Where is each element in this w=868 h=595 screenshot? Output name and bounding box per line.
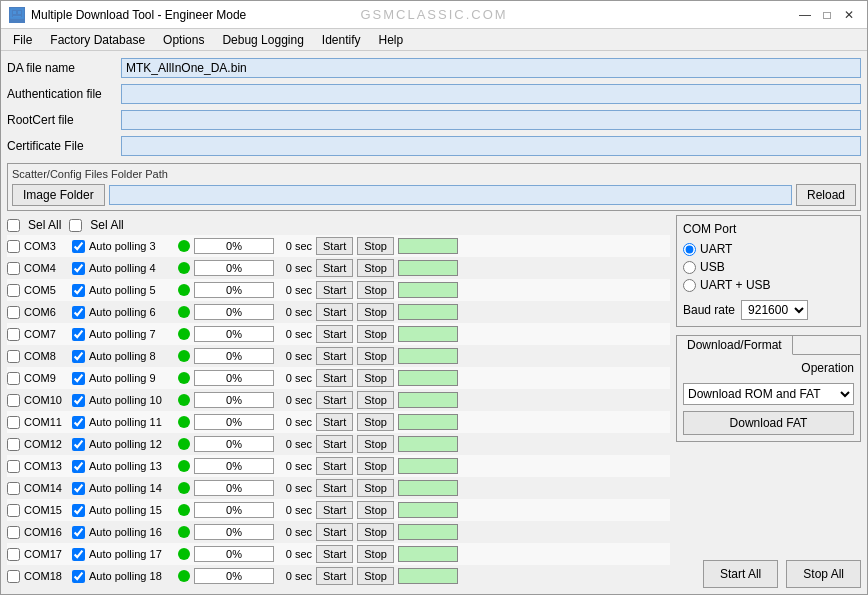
stop-button-4[interactable]: Stop xyxy=(357,325,394,343)
da-file-label: DA file name xyxy=(7,61,117,75)
reload-button[interactable]: Reload xyxy=(796,184,856,206)
start-button-2[interactable]: Start xyxy=(316,281,353,299)
uart-usb-radio[interactable] xyxy=(683,279,696,292)
stop-button-10[interactable]: Stop xyxy=(357,457,394,475)
com-checkbox-10[interactable] xyxy=(7,460,20,473)
auto-poll-checkbox-5[interactable] xyxy=(72,350,85,363)
start-button-15[interactable]: Start xyxy=(316,567,353,585)
auto-poll-checkbox-1[interactable] xyxy=(72,262,85,275)
start-button-12[interactable]: Start xyxy=(316,501,353,519)
auto-poll-label-1: Auto polling 4 xyxy=(89,262,174,274)
menu-debug-logging[interactable]: Debug Logging xyxy=(214,31,311,49)
status-bar-12 xyxy=(398,502,458,518)
start-button-14[interactable]: Start xyxy=(316,545,353,563)
tab-download-format[interactable]: Download/Format xyxy=(677,336,793,355)
com-checkbox-11[interactable] xyxy=(7,482,20,495)
com-checkbox-1[interactable] xyxy=(7,262,20,275)
select-all-checkbox-2[interactable] xyxy=(69,219,82,232)
uart-radio[interactable] xyxy=(683,243,696,256)
auto-poll-checkbox-9[interactable] xyxy=(72,438,85,451)
com-checkbox-5[interactable] xyxy=(7,350,20,363)
com-row: COM3 Auto polling 3 0% 0 sec Start Stop xyxy=(7,235,670,257)
menu-help[interactable]: Help xyxy=(371,31,412,49)
com-checkbox-9[interactable] xyxy=(7,438,20,451)
da-file-row: DA file name xyxy=(7,57,861,79)
start-button-5[interactable]: Start xyxy=(316,347,353,365)
stop-button-3[interactable]: Stop xyxy=(357,303,394,321)
auto-poll-checkbox-14[interactable] xyxy=(72,548,85,561)
com-checkbox-12[interactable] xyxy=(7,504,20,517)
com-checkbox-13[interactable] xyxy=(7,526,20,539)
com-checkbox-0[interactable] xyxy=(7,240,20,253)
menu-factory-database[interactable]: Factory Database xyxy=(42,31,153,49)
cert-file-input[interactable] xyxy=(121,136,861,156)
auto-poll-checkbox-10[interactable] xyxy=(72,460,85,473)
stop-button-13[interactable]: Stop xyxy=(357,523,394,541)
start-button-13[interactable]: Start xyxy=(316,523,353,541)
auto-poll-checkbox-4[interactable] xyxy=(72,328,85,341)
stop-button-7[interactable]: Stop xyxy=(357,391,394,409)
start-all-button[interactable]: Start All xyxy=(703,560,778,588)
auto-poll-checkbox-2[interactable] xyxy=(72,284,85,297)
start-button-11[interactable]: Start xyxy=(316,479,353,497)
auto-poll-checkbox-6[interactable] xyxy=(72,372,85,385)
progress-bar-11: 0% xyxy=(194,480,274,496)
download-fat-button[interactable]: Download FAT xyxy=(683,411,854,435)
com-checkbox-3[interactable] xyxy=(7,306,20,319)
time-label-5: 0 sec xyxy=(278,350,312,362)
stop-button-12[interactable]: Stop xyxy=(357,501,394,519)
auto-poll-checkbox-3[interactable] xyxy=(72,306,85,319)
stop-button-2[interactable]: Stop xyxy=(357,281,394,299)
start-button-8[interactable]: Start xyxy=(316,413,353,431)
baud-rate-select[interactable]: 921600460800230400115200 xyxy=(741,300,808,320)
time-label-0: 0 sec xyxy=(278,240,312,252)
stop-button-0[interactable]: Stop xyxy=(357,237,394,255)
stop-button-14[interactable]: Stop xyxy=(357,545,394,563)
auto-poll-checkbox-7[interactable] xyxy=(72,394,85,407)
stop-button-15[interactable]: Stop xyxy=(357,567,394,585)
menu-file[interactable]: File xyxy=(5,31,40,49)
com-checkbox-6[interactable] xyxy=(7,372,20,385)
stop-button-8[interactable]: Stop xyxy=(357,413,394,431)
image-folder-button[interactable]: Image Folder xyxy=(12,184,105,206)
com-checkbox-15[interactable] xyxy=(7,570,20,583)
stop-button-9[interactable]: Stop xyxy=(357,435,394,453)
auto-poll-checkbox-15[interactable] xyxy=(72,570,85,583)
stop-button-11[interactable]: Stop xyxy=(357,479,394,497)
start-button-6[interactable]: Start xyxy=(316,369,353,387)
start-button-10[interactable]: Start xyxy=(316,457,353,475)
auth-file-input[interactable] xyxy=(121,84,861,104)
root-cert-input[interactable] xyxy=(121,110,861,130)
select-all-checkbox-1[interactable] xyxy=(7,219,20,232)
menu-options[interactable]: Options xyxy=(155,31,212,49)
auto-poll-checkbox-12[interactable] xyxy=(72,504,85,517)
com-checkbox-2[interactable] xyxy=(7,284,20,297)
start-button-3[interactable]: Start xyxy=(316,303,353,321)
start-button-9[interactable]: Start xyxy=(316,435,353,453)
minimize-button[interactable]: — xyxy=(795,5,815,25)
stop-button-1[interactable]: Stop xyxy=(357,259,394,277)
start-button-4[interactable]: Start xyxy=(316,325,353,343)
usb-radio[interactable] xyxy=(683,261,696,274)
start-button-7[interactable]: Start xyxy=(316,391,353,409)
da-file-input[interactable] xyxy=(121,58,861,78)
close-button[interactable]: ✕ xyxy=(839,5,859,25)
com-checkbox-8[interactable] xyxy=(7,416,20,429)
auto-poll-checkbox-11[interactable] xyxy=(72,482,85,495)
start-button-0[interactable]: Start xyxy=(316,237,353,255)
auto-poll-checkbox-0[interactable] xyxy=(72,240,85,253)
operation-select[interactable]: Download ROM and FATDownload ROMFormat F… xyxy=(683,383,854,405)
menu-identify[interactable]: Identify xyxy=(314,31,369,49)
stop-button-5[interactable]: Stop xyxy=(357,347,394,365)
com-checkbox-7[interactable] xyxy=(7,394,20,407)
auto-poll-checkbox-8[interactable] xyxy=(72,416,85,429)
scatter-path-input[interactable] xyxy=(109,185,792,205)
auto-poll-checkbox-13[interactable] xyxy=(72,526,85,539)
maximize-button[interactable]: □ xyxy=(817,5,837,25)
start-button-1[interactable]: Start xyxy=(316,259,353,277)
com-checkbox-14[interactable] xyxy=(7,548,20,561)
stop-button-6[interactable]: Stop xyxy=(357,369,394,387)
stop-all-button[interactable]: Stop All xyxy=(786,560,861,588)
right-panel: COM Port UART USB UART + USB Baud ra xyxy=(676,215,861,588)
com-checkbox-4[interactable] xyxy=(7,328,20,341)
